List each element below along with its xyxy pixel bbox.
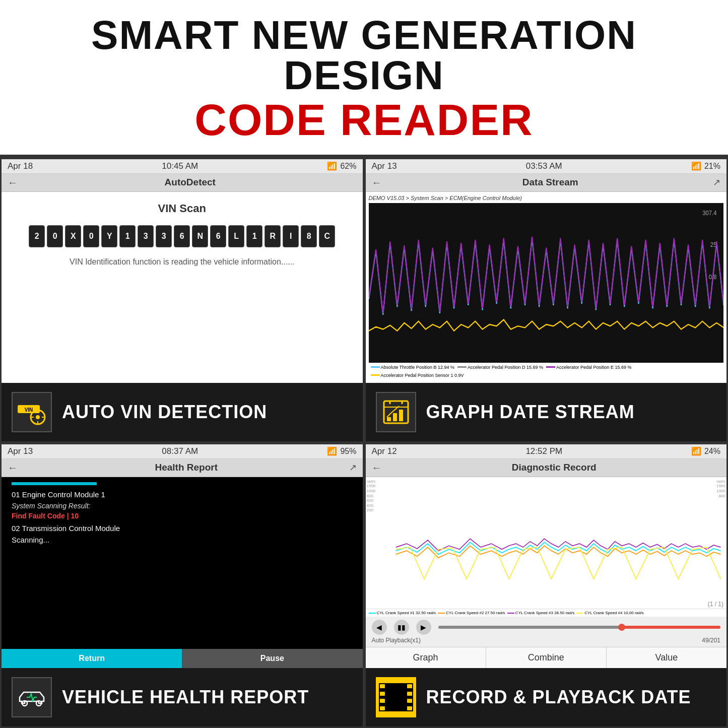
diag-tab-graph[interactable]: Graph: [366, 647, 486, 668]
svg-rect-17: [399, 410, 403, 421]
vin-icon-box: VIN: [12, 392, 52, 432]
health-nav-title: Health Report: [24, 462, 349, 473]
diag-prev-button[interactable]: ◀: [372, 620, 387, 635]
vin-char: X: [65, 225, 81, 247]
vin-label-bar: VIN Auto Vin detection: [2, 383, 363, 441]
record-label-bar: Record & playback date: [366, 668, 727, 726]
diag-controls: ◀ ▮▮ ▶: [372, 620, 721, 635]
diag-progress-slider[interactable]: [438, 626, 721, 629]
legend-accel-sensor: Accelerator Pedal Position Sensor 1 0.9V: [371, 373, 464, 378]
vin-char: 8: [301, 225, 317, 247]
graph-wifi-icon: 📶: [691, 161, 701, 171]
svg-text:307.4: 307.4: [702, 209, 716, 217]
graph-nav-bar: ← Data Stream ↗: [366, 174, 727, 192]
record-status-time: 12:52 PM: [525, 446, 562, 456]
vin-char: 2: [29, 225, 45, 247]
graph-export-icon[interactable]: ↗: [713, 177, 720, 188]
diag-legend-4: CYL Crank Speed #4 10.00 rad/s: [576, 611, 644, 615]
diag-playback-label: Auto Playback(x1): [372, 637, 421, 644]
diag-playback-info: Auto Playback(x1) 49/201: [372, 637, 721, 644]
diag-tab-value[interactable]: Value: [607, 647, 726, 668]
record-icon-content: [379, 683, 413, 711]
vin-char: 6: [210, 225, 226, 247]
health-pause-button[interactable]: Pause: [182, 649, 362, 668]
health-status-time: 08:37 AM: [162, 446, 198, 456]
vin-label-text: Auto Vin detection: [62, 402, 267, 423]
graph-legend: Absolute Throttle Position B 12.94 % Acc…: [369, 363, 724, 380]
diag-legend-1: CYL Crank Speed #1 32.50 rad/s: [369, 611, 436, 615]
diag-legend: CYL Crank Speed #1 32.50 rad/s CYL Crank…: [366, 609, 727, 617]
diag-tab-combine[interactable]: Combine: [486, 647, 607, 668]
health-fault-code: Find Fault Code | 10: [12, 512, 353, 520]
legend-throttle: Absolute Throttle Position B 12.94 %: [371, 365, 454, 370]
diag-next-button[interactable]: ▶: [416, 620, 431, 635]
page-container: SMART NEW GENERATION DESIGN CODE READER …: [0, 0, 728, 728]
graph-icon: [380, 396, 412, 428]
health-scanning: Scanning...: [12, 536, 353, 544]
svg-text:VIN: VIN: [25, 407, 33, 413]
graph-label-text: Graph date stream: [426, 402, 635, 423]
health-module2: 02 Transmission Control Module: [12, 524, 353, 533]
vin-scan-title: VIN Scan: [17, 202, 348, 215]
vin-char: 3: [138, 225, 154, 247]
record-battery-icon: 24%: [704, 447, 720, 456]
graph-battery-icon: 21%: [704, 162, 720, 171]
diag-svg: [381, 480, 727, 593]
vin-char: I: [283, 225, 299, 247]
film-right: [406, 683, 413, 711]
vin-char: Y: [101, 225, 117, 247]
graph-back-button[interactable]: ←: [372, 177, 382, 188]
svg-rect-15: [387, 417, 391, 421]
health-export-icon[interactable]: ↗: [349, 462, 357, 473]
health-icon-box: [12, 677, 52, 717]
health-return-button[interactable]: Return: [2, 649, 182, 668]
record-label-text: Record & playback date: [426, 687, 691, 708]
vin-char: 0: [47, 225, 63, 247]
diag-pause-button[interactable]: ▮▮: [394, 620, 409, 635]
graph-panel: Apr 13 03:53 AM 📶 21% ← Data Stream ↗ DE…: [364, 158, 729, 443]
vin-battery-icon: 62%: [340, 162, 356, 171]
health-module1: 01 Engine Control Module 1: [12, 490, 353, 499]
vin-display: 20X0Y1336N6L1RI8C: [17, 225, 348, 247]
header-title-line2: CODE READER: [10, 96, 718, 145]
health-icon: [16, 681, 48, 713]
health-panel: Apr 13 08:37 AM 📶 95% ← Health Report ↗ …: [0, 443, 364, 728]
health-screen-wrapper: 01 Engine Control Module 1 System Scanni…: [2, 477, 363, 668]
health-status-date: Apr 13: [8, 446, 33, 456]
graph-nav-title: Data Stream: [388, 177, 713, 188]
svg-rect-16: [393, 413, 397, 421]
record-icon-box: [376, 677, 416, 717]
diag-playback-count: 49/201: [702, 637, 720, 644]
legend-accel-e: Accelerator Pedal Position E 15.69 %: [546, 365, 632, 370]
graph-status-time: 03:53 AM: [526, 161, 562, 171]
header: SMART NEW GENERATION DESIGN CODE READER: [0, 0, 728, 155]
graph-status-date: Apr 13: [372, 161, 397, 171]
health-screen: 01 Engine Control Module 1 System Scanni…: [2, 477, 363, 552]
health-battery-icon: 95%: [340, 447, 356, 456]
vin-status-icons: 📶 62%: [327, 161, 356, 171]
graph-breadcrumb: DEMO V15.03 > System Scan > ECM(Engine C…: [369, 195, 724, 201]
vin-screen: VIN Scan 20X0Y1336N6L1RI8C VIN Identific…: [2, 192, 363, 383]
graph-screen: DEMO V15.03 > System Scan > ECM(Engine C…: [366, 192, 727, 383]
health-scan-result: System Scanning Result:: [12, 502, 353, 510]
record-screen: rad/s15001000800600400200 rad/s150010008…: [366, 477, 727, 668]
film-left: [379, 683, 386, 711]
record-status-icons: 📶 24%: [691, 446, 720, 456]
vin-status-time: 10:45 AM: [162, 161, 198, 171]
health-status-icons: 📶 95%: [327, 446, 356, 456]
vin-status-bar: Apr 18 10:45 AM 📶 62%: [2, 159, 363, 174]
vin-char: 6: [174, 225, 190, 247]
vin-status-date: Apr 18: [8, 161, 33, 171]
vin-back-button[interactable]: ←: [8, 177, 18, 188]
health-label-bar: Vehicle health report: [2, 668, 363, 726]
legend-accel-d: Accelerator Pedal Position D 15.69 %: [457, 365, 543, 370]
health-nav-bar: ← Health Report ↗: [2, 459, 363, 477]
vin-nav-title: AutoDetect: [24, 177, 357, 188]
health-label-text: Vehicle health report: [62, 687, 309, 708]
diag-graph-area: rad/s15001000800600400200 rad/s150010008…: [366, 477, 727, 609]
health-back-button[interactable]: ←: [8, 462, 18, 474]
vin-char: C: [319, 225, 335, 247]
vin-char: 0: [83, 225, 99, 247]
record-back-button[interactable]: ←: [372, 462, 382, 474]
vin-char: 1: [246, 225, 262, 247]
